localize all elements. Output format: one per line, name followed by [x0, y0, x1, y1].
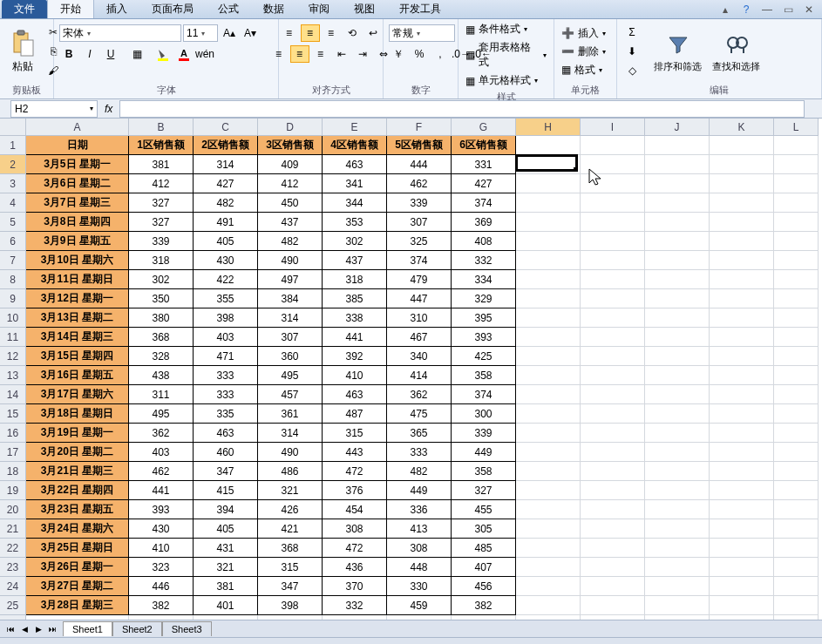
cell[interactable]: 463	[323, 155, 387, 174]
phonetic-icon[interactable]: wén	[195, 45, 214, 63]
cell[interactable]	[645, 289, 710, 308]
fx-icon[interactable]: fx	[105, 103, 112, 115]
cell[interactable]: 412	[258, 174, 323, 193]
cell[interactable]	[516, 596, 581, 615]
menu-tab-3[interactable]: 页面布局	[139, 0, 206, 18]
cell[interactable]: 460	[194, 443, 258, 462]
cell[interactable]: 315	[323, 424, 387, 443]
cell[interactable]	[645, 213, 710, 232]
find-select-button[interactable]: 查找和选择	[709, 29, 764, 75]
cell[interactable]	[645, 328, 710, 347]
cell[interactable]	[774, 615, 819, 620]
cell[interactable]: 308	[387, 539, 452, 558]
cell[interactable]: 415	[194, 481, 258, 500]
cell[interactable]: 308	[323, 519, 387, 539]
cell[interactable]	[774, 251, 819, 270]
cell[interactable]	[645, 136, 710, 155]
cell-styles-button[interactable]: ▦单元格样式▾	[464, 72, 548, 89]
align-bottom-icon[interactable]: ≡	[322, 24, 341, 42]
cell[interactable]: 414	[387, 366, 452, 385]
cell[interactable]	[645, 174, 710, 193]
cell[interactable]	[645, 385, 710, 404]
cell[interactable]: 495	[129, 404, 194, 424]
cell[interactable]: 369	[452, 213, 516, 232]
cell[interactable]	[516, 213, 581, 232]
cell[interactable]: 302	[129, 270, 194, 289]
table-format-button[interactable]: ▦套用表格格式▾	[464, 39, 548, 71]
cell[interactable]	[581, 289, 645, 308]
cell[interactable]	[516, 136, 581, 155]
menu-tab-4[interactable]: 公式	[206, 0, 251, 18]
cell[interactable]: 341	[323, 174, 387, 193]
cell[interactable]: 475	[387, 404, 452, 424]
cell[interactable]: 485	[452, 539, 516, 558]
menu-tab-8[interactable]: 开发工具	[387, 0, 453, 18]
cell[interactable]: 355	[194, 289, 258, 308]
cell[interactable]: 471	[194, 347, 258, 366]
cell[interactable]: 374	[387, 251, 452, 270]
cell[interactable]: 333	[387, 443, 452, 462]
cell[interactable]: 335	[194, 404, 258, 424]
cell[interactable]: 490	[258, 251, 323, 270]
cell[interactable]: 450	[258, 193, 323, 213]
cell[interactable]	[581, 213, 645, 232]
cell[interactable]: 368	[258, 539, 323, 558]
cell[interactable]	[516, 404, 581, 424]
cell[interactable]	[645, 596, 710, 615]
cell[interactable]	[581, 328, 645, 347]
cell[interactable]	[516, 193, 581, 213]
cell[interactable]: 380	[129, 308, 194, 328]
cell[interactable]	[645, 539, 710, 558]
cell[interactable]	[516, 558, 581, 577]
cell[interactable]: 463	[323, 385, 387, 404]
cell[interactable]	[710, 577, 774, 596]
restore-icon[interactable]: ▭	[780, 3, 796, 17]
cell[interactable]: 437	[323, 251, 387, 270]
row-header[interactable]: 4	[0, 193, 26, 213]
cell[interactable]: 3月27日 星期二	[26, 577, 129, 596]
cell[interactable]: 339	[452, 424, 516, 443]
column-header[interactable]: F	[387, 119, 452, 136]
sheet-nav-prev-icon[interactable]: ◀	[17, 625, 31, 634]
cell[interactable]	[774, 385, 819, 404]
cell[interactable]	[645, 347, 710, 366]
cell[interactable]: 3月25日 星期日	[26, 539, 129, 558]
cell[interactable]: 444	[387, 155, 452, 174]
number-format-combo[interactable]: 常规▾	[389, 24, 455, 42]
row-header[interactable]: 25	[0, 596, 26, 615]
sheet-nav-last-icon[interactable]: ⏭	[45, 625, 59, 634]
align-center-icon[interactable]: ≡	[290, 45, 309, 63]
cell[interactable]	[710, 481, 774, 500]
cell[interactable]: 358	[452, 462, 516, 481]
cell[interactable]: 3月16日 星期五	[26, 366, 129, 385]
cell[interactable]: 472	[323, 539, 387, 558]
cell[interactable]: 370	[323, 577, 387, 596]
cell[interactable]	[581, 232, 645, 251]
formula-input[interactable]	[119, 100, 805, 118]
cell[interactable]: 472	[323, 462, 387, 481]
help-icon[interactable]: ?	[738, 3, 754, 17]
cell[interactable]: 482	[387, 462, 452, 481]
cell[interactable]: 314	[194, 155, 258, 174]
cell[interactable]	[710, 615, 774, 620]
ribbon-minimize-icon[interactable]: ▴	[717, 3, 733, 17]
cell[interactable]: 368	[129, 328, 194, 347]
cell[interactable]: 300	[452, 404, 516, 424]
cell[interactable]	[516, 289, 581, 308]
cell[interactable]	[645, 404, 710, 424]
cell[interactable]: 457	[258, 385, 323, 404]
cell[interactable]	[581, 500, 645, 519]
cell[interactable]: 436	[323, 558, 387, 577]
sheet-nav-first-icon[interactable]: ⏮	[3, 625, 17, 634]
cell[interactable]: 日期	[26, 136, 129, 155]
cell[interactable]: 325	[387, 232, 452, 251]
cell[interactable]: 360	[258, 347, 323, 366]
cell[interactable]	[194, 615, 258, 620]
row-header[interactable]: 21	[0, 519, 26, 539]
cell[interactable]	[710, 539, 774, 558]
cell[interactable]: 340	[387, 347, 452, 366]
cell[interactable]	[774, 539, 819, 558]
cell[interactable]: 3月10日 星期六	[26, 251, 129, 270]
clear-icon[interactable]: ◇	[622, 62, 642, 79]
cell[interactable]	[645, 424, 710, 443]
